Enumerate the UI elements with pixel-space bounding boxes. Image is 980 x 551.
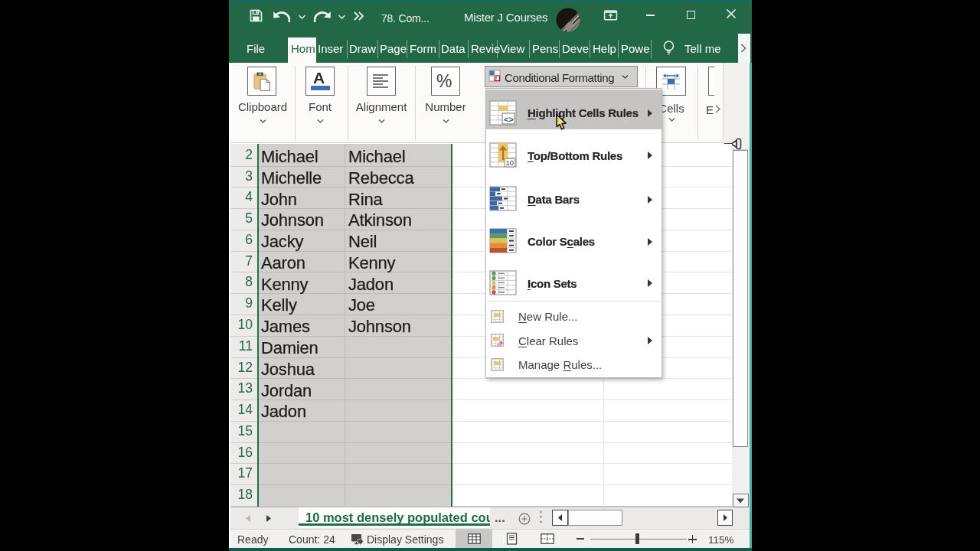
svg-text:<>: <> [504,116,514,125]
svg-text:f: f [495,76,497,81]
svg-text:10: 10 [506,158,514,167]
